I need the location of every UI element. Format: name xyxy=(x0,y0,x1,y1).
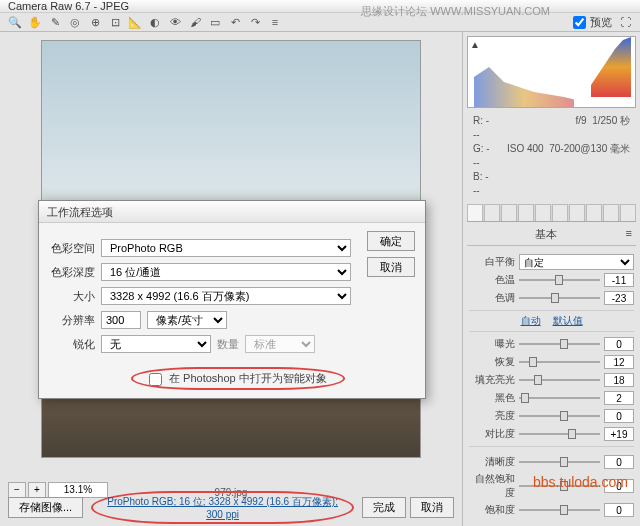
saturation-slider[interactable] xyxy=(519,502,600,518)
exposure-slider[interactable] xyxy=(519,336,600,352)
tab-fx[interactable] xyxy=(569,204,585,221)
space-label: 色彩空间 xyxy=(47,241,95,256)
tab-curve[interactable] xyxy=(484,204,500,221)
adjust-brush-icon[interactable]: 🖌 xyxy=(186,13,204,31)
main-area: − + 13.1% 979.jpg 存储图像... ProPhoto RGB; … xyxy=(0,32,462,526)
dialog-ok-button[interactable]: 确定 xyxy=(367,231,415,251)
temp-value[interactable]: -11 xyxy=(604,273,634,287)
dialog-title: 工作流程选项 xyxy=(39,201,425,223)
clarity-slider[interactable] xyxy=(519,454,600,470)
watermark-text: 思缘设计论坛 WWW.MISSYUAN.COM xyxy=(361,4,550,19)
black-slider[interactable] xyxy=(519,390,600,406)
target-adjust-icon[interactable]: ⊕ xyxy=(86,13,104,31)
smart-object-checkbox-row[interactable]: 在 Photoshop 中打开为智能对象 xyxy=(131,367,345,390)
res-unit-select[interactable]: 像素/英寸 xyxy=(147,311,227,329)
preview-checkbox[interactable] xyxy=(573,16,586,29)
zoom-tool-icon[interactable]: 🔍 xyxy=(6,13,24,31)
smart-object-label: 在 Photoshop 中打开为智能对象 xyxy=(169,372,327,384)
url-watermark: bbs.tuloda.com xyxy=(533,474,628,490)
sharpen-select[interactable]: 无 xyxy=(101,335,211,353)
titlebar: Camera Raw 6.7 - JPEG 思缘设计论坛 WWW.MISSYUA… xyxy=(0,0,640,13)
tab-snap[interactable] xyxy=(620,204,636,221)
default-link[interactable]: 默认值 xyxy=(553,314,583,328)
exif-info: R: ---f/9 1/250 秒 G: ---ISO 400 70-200@1… xyxy=(467,110,636,202)
depth-select[interactable]: 16 位/通道 xyxy=(101,263,351,281)
tab-preset[interactable] xyxy=(603,204,619,221)
contrast-slider[interactable] xyxy=(519,426,600,442)
res-label: 分辨率 xyxy=(47,313,95,328)
smart-object-checkbox[interactable] xyxy=(149,373,162,386)
workflow-link[interactable]: ProPhoto RGB; 16 位; 3328 x 4992 (16.6 百万… xyxy=(91,491,354,524)
dialog-cancel-button[interactable]: 取消 xyxy=(367,257,415,277)
fill-slider[interactable] xyxy=(519,372,600,388)
bright-slider[interactable] xyxy=(519,408,600,424)
preview-label: 预览 xyxy=(590,15,612,30)
tint-value[interactable]: -23 xyxy=(604,291,634,305)
workflow-options-dialog: 工作流程选项 确定 取消 色彩空间 ProPhoto RGB 色彩深度 16 位… xyxy=(38,200,426,399)
sidebar: ▲ ▲ R: ---f/9 1/250 秒 G: ---ISO 400 70-2… xyxy=(462,32,640,526)
panel-tabs xyxy=(467,204,636,222)
amount-select: 标准 xyxy=(245,335,315,353)
tab-basic[interactable] xyxy=(467,204,483,221)
spot-removal-icon[interactable]: ◐ xyxy=(146,13,164,31)
wb-label: 白平衡 xyxy=(469,255,515,269)
size-label: 大小 xyxy=(47,289,95,304)
wb-select[interactable]: 自定 xyxy=(519,254,634,270)
depth-label: 色彩深度 xyxy=(47,265,95,280)
rotate-cw-icon[interactable]: ↷ xyxy=(246,13,264,31)
histogram[interactable]: ▲ ▲ xyxy=(467,36,636,108)
color-sampler-icon[interactable]: ◎ xyxy=(66,13,84,31)
cancel-button[interactable]: 取消 xyxy=(410,497,454,518)
temp-slider[interactable] xyxy=(519,272,600,288)
hand-tool-icon[interactable]: ✋ xyxy=(26,13,44,31)
eyedropper-icon[interactable]: ✎ xyxy=(46,13,64,31)
panel-title: 基本≡ xyxy=(467,224,636,246)
tab-cal[interactable] xyxy=(586,204,602,221)
crop-icon[interactable]: ⊡ xyxy=(106,13,124,31)
panel-menu-icon[interactable]: ≡ xyxy=(626,227,632,239)
tint-slider[interactable] xyxy=(519,290,600,306)
sharpen-label: 锐化 xyxy=(47,337,95,352)
auto-link[interactable]: 自动 xyxy=(521,314,541,328)
app-title: Camera Raw 6.7 - JPEG xyxy=(8,0,129,12)
amount-label: 数量 xyxy=(217,337,239,352)
res-input[interactable] xyxy=(101,311,141,329)
fullscreen-icon[interactable]: ⛶ xyxy=(616,13,634,31)
redeye-icon[interactable]: 👁 xyxy=(166,13,184,31)
tab-split[interactable] xyxy=(535,204,551,221)
grad-filter-icon[interactable]: ▭ xyxy=(206,13,224,31)
shadow-clip-icon[interactable]: ▲ xyxy=(470,39,480,50)
done-button[interactable]: 完成 xyxy=(362,497,406,518)
tab-lens[interactable] xyxy=(552,204,568,221)
space-select[interactable]: ProPhoto RGB xyxy=(101,239,351,257)
prefs-icon[interactable]: ≡ xyxy=(266,13,284,31)
tab-hsl[interactable] xyxy=(518,204,534,221)
straighten-icon[interactable]: 📐 xyxy=(126,13,144,31)
tab-detail[interactable] xyxy=(501,204,517,221)
rotate-ccw-icon[interactable]: ↶ xyxy=(226,13,244,31)
recovery-slider[interactable] xyxy=(519,354,600,370)
save-image-button[interactable]: 存储图像... xyxy=(8,497,83,518)
size-select[interactable]: 3328 x 4992 (16.6 百万像素) xyxy=(101,287,351,305)
